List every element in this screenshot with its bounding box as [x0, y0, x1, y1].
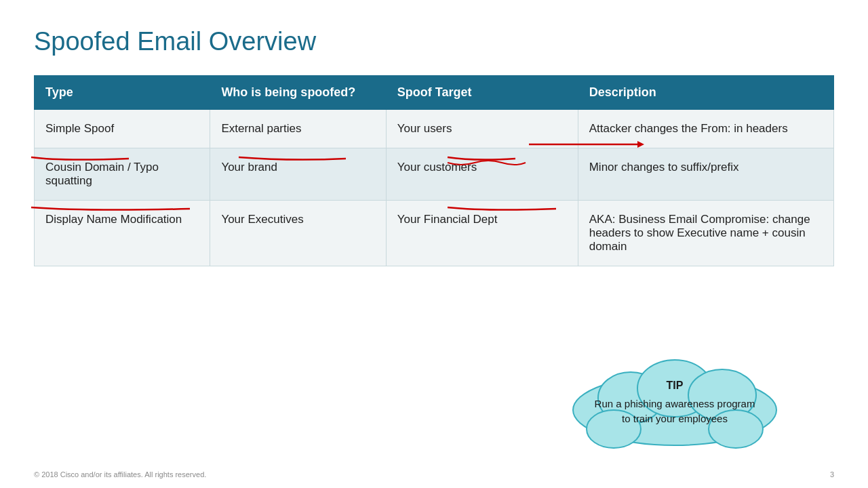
row2-target: Your customers [386, 148, 578, 201]
row1-type: Simple Spoof [35, 110, 210, 148]
tip-text: TIP Run a phishing awareness program to … [593, 377, 756, 426]
footer-left: © 2018 Cisco and/or its affiliates. All … [34, 470, 206, 479]
row3-description: AKA: Business Email Compromise: change h… [578, 201, 833, 266]
row3-type: Display Name Modification [35, 201, 210, 266]
row1-target: Your users [386, 110, 578, 148]
header-description: Description [578, 76, 833, 110]
table-row: Cousin Domain / Typo squatting Your bran… [35, 148, 834, 201]
table-row: Display Name Modification Your Executive… [35, 201, 834, 266]
footer: © 2018 Cisco and/or its affiliates. All … [34, 470, 834, 479]
header-who: Who is being spoofed? [210, 76, 386, 110]
row3-target: Your Financial Dept [386, 201, 578, 266]
row1-description: Attacker changes the From: in headers [578, 110, 833, 148]
tip-body: Run a phishing awareness program to trai… [595, 397, 755, 424]
tip-label: TIP [593, 377, 756, 393]
row1-who: External parties [210, 110, 386, 148]
header-target: Spoof Target [386, 76, 578, 110]
tip-cloud: TIP Run a phishing awareness program to … [549, 349, 800, 454]
row3-who: Your Executives [210, 201, 386, 266]
header-type: Type [35, 76, 210, 110]
slide: Spoofed Email Overview Type Who is being… [0, 0, 868, 488]
table-row: Simple Spoof External parties Your users… [35, 110, 834, 148]
slide-title: Spoofed Email Overview [34, 27, 834, 56]
main-table: Type Who is being spoofed? Spoof Target … [34, 75, 834, 266]
row2-description: Minor changes to suffix/prefix [578, 148, 833, 201]
footer-right: 3 [830, 470, 834, 479]
row2-type: Cousin Domain / Typo squatting [35, 148, 210, 201]
row2-who: Your brand [210, 148, 386, 201]
